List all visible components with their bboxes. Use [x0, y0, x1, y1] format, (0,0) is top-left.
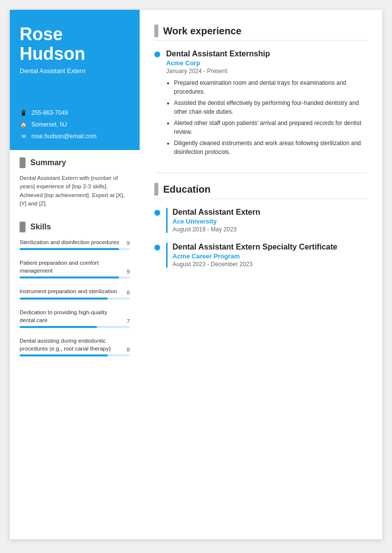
skill-bar-fill — [20, 276, 119, 278]
entry-bullets: Prepared examination room and dental tra… — [166, 78, 368, 156]
work-experience-header: Work experience — [154, 25, 368, 41]
phone-value: 255-863-7049 — [31, 109, 68, 116]
resume-container: Rose Hudson Dental Assistant Extern 📱 25… — [10, 10, 382, 539]
skill-score: 7 — [124, 318, 130, 324]
skill-item: Patient preparation and comfort manageme… — [20, 259, 130, 278]
edu-date: August 2019 - May 2023 — [172, 226, 368, 233]
skill-item: Sterilization and disinfection procedure… — [20, 238, 130, 250]
work-experience-heading: Work experience — [163, 25, 242, 37]
skill-name: Dental assisting during endodontic proce… — [20, 337, 124, 352]
location-contact: 🏠 Somerset, NJ — [20, 121, 130, 128]
summary-heading: Summary — [30, 158, 66, 167]
edu-entry: Dental Assistant Extern Specialty Certif… — [154, 243, 368, 268]
entry-dot — [154, 51, 160, 57]
phone-contact: 📱 255-863-7049 — [20, 109, 130, 117]
email-value: rose.hudson@email.com — [31, 133, 97, 140]
work-entries: Dental Assistant Externship Acme Corp Ja… — [154, 50, 368, 159]
edu-org: Acme Career Program — [172, 252, 368, 260]
location-icon: 🏠 — [20, 121, 27, 128]
edu-dot — [154, 245, 160, 251]
skill-score: 8 — [124, 290, 130, 296]
sidebar-white-area: Summary Dental Assistant Extern with [nu… — [10, 150, 140, 539]
skill-name: Sterilization and disinfection procedure… — [20, 238, 124, 246]
skill-score: 8 — [124, 347, 130, 352]
edu-title: Dental Assistant Extern Specialty Certif… — [172, 243, 368, 251]
education-header: Education — [154, 183, 368, 199]
email-icon: ✉ — [20, 132, 27, 140]
name-line1: Rose — [20, 24, 63, 44]
edu-date: August 2023 - December 2023 — [172, 261, 368, 268]
edu-body: Dental Assistant Extern Specialty Certif… — [166, 243, 368, 268]
skill-bar-bg — [20, 276, 130, 278]
skill-bar-bg — [20, 354, 130, 356]
skill-score: 9 — [124, 269, 130, 275]
edu-body: Dental Assistant Extern Ace University A… — [166, 208, 368, 233]
education-section: Education Dental Assistant Extern Ace Un… — [154, 183, 368, 268]
bullet-item: Assisted the dentist effectively by perf… — [174, 99, 368, 116]
sidebar: Rose Hudson Dental Assistant Extern 📱 25… — [10, 10, 140, 539]
phone-icon: 📱 — [20, 109, 27, 117]
skills-heading: Skills — [30, 223, 51, 231]
skill-bar-fill — [20, 326, 97, 328]
skill-name: Instrument preparation and sterilization — [20, 287, 124, 295]
edu-title: Dental Assistant Extern — [172, 208, 368, 217]
section-divider — [154, 173, 368, 173]
contact-section: 📱 255-863-7049 🏠 Somerset, NJ ✉ rose.hud… — [10, 104, 140, 150]
summary-block-icon — [20, 157, 25, 168]
bullet-item: Diligently cleaned instruments and work … — [174, 139, 368, 156]
entry-org: Acme Corp — [166, 59, 368, 67]
email-contact: ✉ rose.hudson@email.com — [20, 132, 130, 140]
summary-header: Summary — [20, 157, 130, 168]
bullet-item: Alerted other staff upon patients' arriv… — [174, 119, 368, 136]
main-content: Work experience Dental Assistant Externs… — [140, 10, 382, 539]
edu-entry: Dental Assistant Extern Ace University A… — [154, 208, 368, 233]
skill-bar-fill — [20, 354, 108, 356]
work-block-icon — [154, 25, 158, 37]
sidebar-header: Rose Hudson Dental Assistant Extern — [10, 10, 140, 84]
edu-block-icon — [154, 183, 158, 196]
skill-bar-fill — [20, 298, 108, 300]
candidate-name: Rose Hudson — [20, 25, 130, 63]
education-heading: Education — [163, 184, 211, 195]
entry-title: Dental Assistant Externship — [166, 50, 368, 58]
skills-list: Sterilization and disinfection procedure… — [20, 238, 130, 356]
skill-name: Dedication to providing high-quality den… — [20, 308, 124, 324]
entry-body: Dental Assistant Externship Acme Corp Ja… — [166, 50, 368, 159]
skill-name: Patient preparation and comfort manageme… — [20, 259, 124, 275]
summary-section: Summary Dental Assistant Extern with [nu… — [20, 157, 130, 208]
edu-org: Ace University — [172, 218, 368, 225]
skills-block-icon — [20, 222, 25, 232]
bullet-item: Prepared examination room and dental tra… — [174, 78, 368, 96]
entry-date: January 2024 - Present — [166, 68, 368, 75]
name-line2: Hudson — [20, 44, 85, 64]
work-experience-section: Work experience Dental Assistant Externs… — [154, 25, 368, 159]
skill-bar-fill — [20, 248, 119, 250]
edu-dot — [154, 210, 160, 216]
skills-section: Skills Sterilization and disinfection pr… — [20, 222, 130, 356]
chevron-decoration — [10, 84, 140, 104]
skill-score: 9 — [124, 240, 130, 246]
skills-header: Skills — [20, 222, 130, 232]
edu-entries: Dental Assistant Extern Ace University A… — [154, 208, 368, 268]
skill-item: Dental assisting during endodontic proce… — [20, 337, 130, 356]
skill-bar-bg — [20, 298, 130, 300]
location-value: Somerset, NJ — [31, 121, 67, 128]
skill-item: Dedication to providing high-quality den… — [20, 308, 130, 328]
summary-text: Dental Assistant Extern with [number of … — [20, 174, 130, 208]
skill-bar-bg — [20, 326, 130, 328]
work-entry: Dental Assistant Externship Acme Corp Ja… — [154, 50, 368, 159]
skill-item: Instrument preparation and sterilization… — [20, 287, 130, 299]
skill-bar-bg — [20, 248, 130, 250]
candidate-title: Dental Assistant Extern — [20, 67, 130, 75]
